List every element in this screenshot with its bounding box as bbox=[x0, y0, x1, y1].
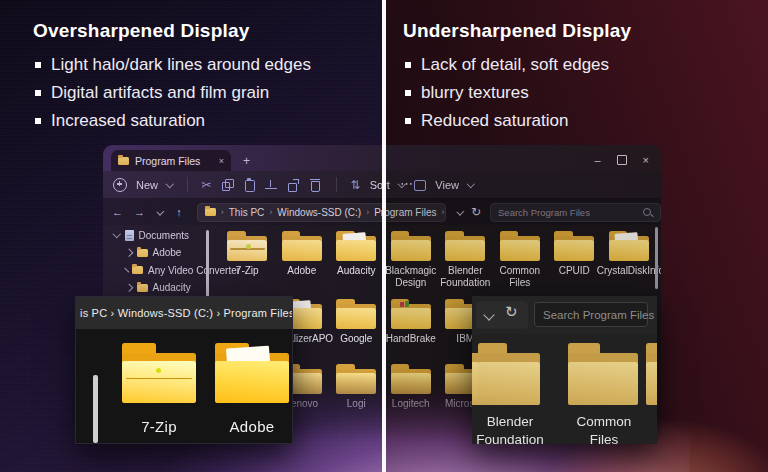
back-icon[interactable]: ← bbox=[112, 206, 123, 218]
folder-icon bbox=[554, 231, 594, 261]
recent-locations-chevron-icon[interactable] bbox=[157, 208, 165, 216]
content-scrollbar[interactable] bbox=[655, 227, 658, 289]
view-icon bbox=[413, 178, 426, 191]
folder-item[interactable]: Blackmagic Design bbox=[384, 231, 439, 288]
folder-item[interactable]: Adobe bbox=[275, 231, 330, 288]
crumb-separator: › bbox=[366, 207, 369, 217]
maximize-button[interactable] bbox=[617, 155, 627, 165]
bullet-text: Lack of detail, soft edges bbox=[421, 51, 609, 79]
cut-icon[interactable]: ✂ bbox=[202, 178, 212, 192]
minimize-button[interactable]: – bbox=[594, 155, 600, 165]
bullet-item: Light halo/dark lines around edges bbox=[33, 51, 311, 79]
bullet-item: Digital artifacts and film grain bbox=[33, 79, 311, 107]
refresh-icon[interactable]: ↻ bbox=[471, 205, 481, 219]
split-divider-line bbox=[382, 0, 386, 472]
folder-item[interactable]: CPUID bbox=[547, 231, 602, 288]
crumb-separator: › bbox=[269, 207, 272, 217]
delete-icon[interactable] bbox=[309, 178, 322, 191]
toolbar-divider bbox=[187, 177, 188, 192]
bullet-square-icon bbox=[405, 62, 411, 68]
folder-label: Adobe bbox=[212, 418, 292, 435]
explorer-tab[interactable]: Program Files × bbox=[111, 150, 231, 171]
toolbar-divider bbox=[336, 177, 337, 192]
folder-item[interactable]: Audacity bbox=[329, 231, 384, 288]
chevron-down-icon bbox=[166, 180, 174, 188]
folder-item[interactable]: Common Files bbox=[493, 231, 548, 288]
inset-search-placeholder: Search Program Files bbox=[535, 309, 654, 321]
left-title: Oversharpened Display bbox=[33, 20, 311, 42]
chevron-down-icon[interactable] bbox=[113, 230, 121, 238]
sidebar-item-label: Documents bbox=[139, 230, 190, 241]
folder-icon bbox=[132, 266, 143, 274]
address-chevron-icon[interactable] bbox=[457, 208, 465, 216]
folder-icon bbox=[391, 231, 431, 261]
crumb-separator: › bbox=[221, 207, 224, 217]
left-bullet-list: Light halo/dark lines around edges Digit… bbox=[33, 51, 311, 135]
folder-icon bbox=[478, 343, 540, 405]
folder-icon bbox=[445, 231, 485, 261]
chevron-down-icon bbox=[467, 180, 475, 188]
up-icon[interactable]: ↑ bbox=[176, 206, 182, 218]
folder-icon bbox=[137, 249, 148, 257]
refresh-icon: ↻ bbox=[505, 303, 518, 321]
folder-icon bbox=[336, 231, 376, 261]
sidebar-scrollbar[interactable] bbox=[206, 230, 209, 300]
folder-label: Blender Foundation bbox=[472, 413, 548, 444]
share-icon[interactable] bbox=[287, 178, 300, 191]
sidebar-item-label: Audacity bbox=[153, 282, 191, 293]
oversharpened-panel: Oversharpened Display Light halo/dark li… bbox=[33, 20, 311, 135]
folder-icon bbox=[227, 231, 267, 261]
folder-icon bbox=[118, 157, 129, 165]
folder-item[interactable]: 7-Zip bbox=[220, 231, 275, 288]
new-icon bbox=[113, 178, 127, 192]
folder-item[interactable]: CrystalDiskInfo bbox=[602, 231, 657, 288]
folder-icon bbox=[215, 343, 289, 403]
bullet-square-icon bbox=[35, 62, 41, 68]
view-button[interactable]: View bbox=[435, 179, 459, 191]
folder-icon bbox=[568, 343, 638, 405]
oversharpened-zoom-inset: is PC › Windows-SSD (C:) › Program Files… bbox=[75, 296, 293, 444]
crumb-drive[interactable]: Windows-SSD (C:) bbox=[277, 207, 361, 218]
sidebar-item-documents[interactable]: Documents bbox=[103, 227, 222, 243]
folder-item[interactable]: Logi bbox=[329, 364, 384, 410]
sidebar-item-adobe[interactable]: Adobe bbox=[103, 245, 234, 261]
folder-icon bbox=[205, 208, 216, 216]
new-tab-button[interactable]: + bbox=[243, 154, 250, 168]
folder-icon bbox=[391, 364, 431, 394]
sidebar-item-label: Adobe bbox=[153, 247, 182, 258]
rename-icon[interactable] bbox=[265, 178, 278, 191]
chevron-right-icon[interactable] bbox=[125, 284, 133, 292]
copy-icon[interactable] bbox=[221, 178, 234, 191]
more-options-button[interactable]: ⋯ bbox=[400, 176, 413, 191]
bullet-text: Increased saturation bbox=[51, 107, 205, 135]
chevron-right-icon[interactable] bbox=[125, 249, 133, 257]
folder-item[interactable]: Google bbox=[329, 299, 384, 345]
crumb-this-pc[interactable]: This PC bbox=[229, 207, 265, 218]
inset-search-bar: ↻ Search Program Files bbox=[472, 296, 657, 334]
close-button[interactable]: × bbox=[643, 155, 649, 165]
tab-close-icon[interactable]: × bbox=[219, 156, 224, 166]
folder-item[interactable]: Blender Foundation bbox=[438, 231, 493, 288]
inset-search-input: Search Program Files bbox=[534, 302, 648, 327]
search-icon bbox=[643, 208, 651, 216]
paste-icon[interactable] bbox=[243, 178, 256, 191]
forward-icon[interactable]: → bbox=[134, 206, 145, 218]
search-input[interactable]: Search Program Files bbox=[490, 203, 661, 222]
sort-button[interactable]: Sort bbox=[370, 179, 390, 191]
bullet-text: Light halo/dark lines around edges bbox=[51, 51, 311, 79]
folder-label: CrystalDiskInfo bbox=[597, 265, 661, 277]
bullet-text: Reduced saturation bbox=[421, 107, 568, 135]
right-title: Undersharpened Display bbox=[403, 20, 631, 42]
search-placeholder: Search Program Files bbox=[498, 207, 643, 218]
new-button[interactable]: New bbox=[136, 179, 158, 191]
folder-item[interactable]: Logitech bbox=[384, 364, 439, 410]
folder-item[interactable]: HandBrake bbox=[384, 299, 439, 345]
chevron-right-icon[interactable] bbox=[124, 268, 129, 273]
folder-icon bbox=[122, 343, 196, 403]
bullet-item: Lack of detail, soft edges bbox=[403, 51, 631, 79]
breadcrumb[interactable]: › This PC › Windows-SSD (C:) › Program F… bbox=[197, 203, 446, 222]
bullet-text: blurry textures bbox=[421, 79, 529, 107]
sidebar-item-audacity[interactable]: Audacity bbox=[103, 280, 234, 296]
bullet-item: blurry textures bbox=[403, 79, 631, 107]
crumb-separator: › bbox=[441, 207, 444, 217]
